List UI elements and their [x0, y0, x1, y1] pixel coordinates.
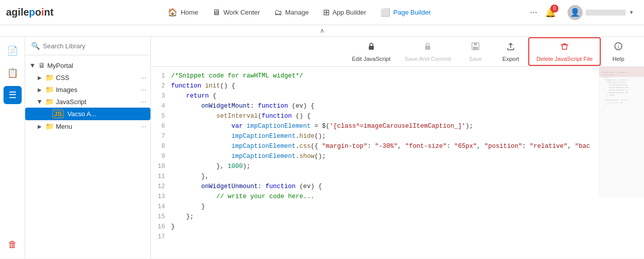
save-commit-button[interactable]: Save And Commit	[397, 38, 458, 65]
folder-icon: 📁	[45, 122, 54, 130]
code-lines: 1 /*Snippet code for rawHTML widget*/ 2 …	[151, 71, 644, 242]
tree-item-menu[interactable]: ▶ 📁 Menu ···	[25, 120, 150, 132]
save-label: Save	[469, 56, 482, 62]
code-editor[interactable]: /*Snippet code for rawHTML w*/ function …	[151, 67, 644, 258]
search-icon: 🔍	[31, 42, 40, 50]
rail-page-icon[interactable]: 📄	[4, 42, 22, 60]
code-line: 7 impCaptionElement.hide();	[151, 131, 644, 141]
trash-icon: 🗑	[8, 239, 17, 250]
tree-label-css: CSS	[56, 74, 136, 81]
search-box: 🔍	[25, 37, 150, 55]
svg-rect-1	[425, 46, 430, 50]
lock-icon	[366, 41, 376, 54]
more-menu-button[interactable]: ···	[530, 7, 537, 18]
code-line: 15 };	[151, 212, 644, 222]
export-label: Export	[503, 56, 519, 62]
nav-label-page-builder: Page Builder	[393, 9, 431, 16]
home-icon: 🏠	[168, 8, 178, 17]
export-icon	[506, 41, 516, 54]
expand-arrow: ▶	[36, 124, 43, 129]
lock-closed-icon	[423, 41, 433, 54]
nav-label-manage: Manage	[285, 9, 309, 16]
js-file-icon: JS	[52, 110, 63, 118]
code-line: 6 var impCaptionElement = $('[class^=ima…	[151, 121, 644, 131]
tree-label-menu: Menu	[56, 123, 136, 130]
nav-item-app-builder[interactable]: ⊞ App Builder	[317, 5, 372, 20]
code-line: 11 },	[151, 171, 644, 182]
delete-js-label: Delete JavaScript File	[536, 56, 593, 62]
avatar: 👤	[568, 5, 583, 20]
top-nav: agilepoint 🏠 Home 🖥 Work Center 🗂 Manage…	[0, 0, 644, 25]
tree-item-vacso[interactable]: JS Vacso A...	[25, 108, 150, 120]
delete-js-button[interactable]: Delete JavaScript File	[528, 37, 601, 66]
collapse-handle[interactable]: ∧	[0, 25, 644, 37]
document-icon: 📋	[7, 67, 18, 78]
expand-arrow: ▶	[37, 98, 43, 105]
logo-text: agilepoint	[6, 7, 53, 18]
avatar-icon: 👤	[570, 8, 580, 17]
nav-right: ··· 🔔 0 👤 ▼	[530, 3, 638, 22]
nav-item-work-center[interactable]: 🖥 Work Center	[206, 5, 266, 20]
export-button[interactable]: Export	[493, 38, 528, 65]
chevron-down-icon: ▼	[629, 10, 634, 15]
search-input[interactable]	[43, 42, 144, 50]
page-icon: 📄	[7, 45, 18, 56]
item-menu-dots[interactable]: ···	[140, 85, 146, 94]
item-menu-dots[interactable]: ···	[140, 98, 146, 106]
help-button[interactable]: i Help	[601, 38, 636, 65]
code-line: 13 // write your code here...	[151, 192, 644, 202]
edit-js-label: Edit JavaScript	[352, 56, 390, 62]
tree-item-myportal[interactable]: ▶ 🖥 MyPortal	[25, 59, 150, 71]
code-line: 8 impCaptionElement.css({ "margin-top": …	[151, 141, 644, 151]
delete-icon	[559, 41, 570, 54]
tree-item-images[interactable]: ▶ 📁 Images ···	[25, 83, 150, 96]
folder-icon: 🗂	[274, 8, 282, 17]
list-icon: ☰	[9, 90, 17, 101]
nav-item-page-builder[interactable]: ⬜ Page Builder	[374, 5, 437, 20]
code-line: 1 /*Snippet code for rawHTML widget*/	[151, 71, 644, 81]
rail-trash-icon[interactable]: 🗑	[4, 235, 22, 253]
help-icon: i	[613, 41, 623, 54]
rail-doc-icon[interactable]: 📋	[4, 64, 22, 82]
code-line: 14 }	[151, 202, 644, 212]
save-commit-label: Save And Commit	[405, 56, 451, 62]
tree-container: ▶ 🖥 MyPortal ▶ 📁 CSS ··· ▶ 📁 Images ··· …	[25, 55, 150, 258]
user-name	[586, 10, 626, 16]
code-line: 17	[151, 232, 644, 242]
tree-item-css[interactable]: ▶ 📁 CSS ···	[25, 71, 150, 83]
tree-label-myportal: MyPortal	[47, 62, 146, 69]
code-line: 5 setInterval(function () {	[151, 111, 644, 121]
layout-icon: ⬜	[380, 8, 390, 17]
left-rail: 📄 📋 ☰ 🗑	[0, 37, 25, 258]
svg-text:i: i	[617, 44, 619, 50]
expand-arrow: ▶	[36, 75, 43, 80]
save-button[interactable]: Save	[458, 38, 493, 65]
nav-label-app-builder: App Builder	[333, 9, 366, 16]
folder-icon: 📁	[45, 73, 54, 81]
expand-arrow: ▶	[36, 87, 43, 93]
item-menu-dots[interactable]: ···	[140, 122, 146, 130]
svg-rect-4	[473, 47, 478, 49]
item-menu-dots[interactable]: ···	[140, 73, 146, 81]
tree-label-vacso: Vacso A...	[67, 110, 146, 118]
user-menu[interactable]: 👤 ▼	[564, 3, 638, 22]
logo: agilepoint	[6, 7, 53, 18]
nav-item-manage[interactable]: 🗂 Manage	[268, 5, 315, 20]
svg-rect-0	[369, 46, 374, 50]
tree-label-images: Images	[56, 86, 136, 94]
edit-js-button[interactable]: Edit JavaScript	[345, 38, 397, 65]
nav-label-work-center: Work Center	[223, 9, 260, 16]
notification-badge: 0	[550, 5, 558, 13]
tree-label-javascript: JavaScript	[56, 98, 136, 106]
code-line: 3 return {	[151, 91, 644, 101]
code-line: 2 function init() {	[151, 81, 644, 91]
chevron-up-icon: ∧	[320, 27, 325, 34]
nav-item-home[interactable]: 🏠 Home	[162, 5, 204, 20]
code-line: 16 }	[151, 222, 644, 232]
sidebar: 🔍 ▶ 🖥 MyPortal ▶ 📁 CSS ··· ▶ 📁 Images	[25, 37, 151, 258]
rail-list-icon[interactable]: ☰	[4, 86, 22, 104]
notification-button[interactable]: 🔔 0	[542, 5, 558, 21]
folder-icon: 📁	[45, 85, 54, 94]
code-line: 4 onWidgetMount: function (ev) {	[151, 101, 644, 111]
tree-item-javascript[interactable]: ▶ 📁 JavaScript ···	[25, 96, 150, 108]
